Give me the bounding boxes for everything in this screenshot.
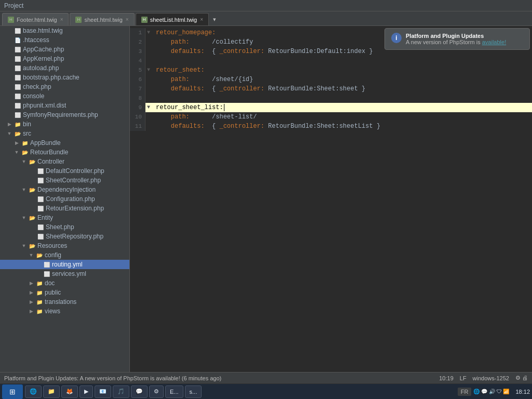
taskbar-item-ie[interactable]: 🌐 (25, 385, 42, 398)
label-routing: routing.yml (52, 261, 83, 268)
line-content-8 (152, 94, 159, 103)
tab-overflow[interactable]: ▾ (210, 13, 219, 25)
arrow-console (6, 93, 12, 99)
tab-close-footer[interactable]: × (60, 17, 63, 22)
taskbar-phpstorm-e[interactable]: E... (165, 385, 183, 398)
tree-item-appcache[interactable]: ⬜ AppCache.php (0, 45, 129, 54)
file-icon-appkernel: ⬜ (14, 55, 21, 62)
editor-line-11: 11 defaults: { _controller: RetourBundle… (130, 122, 532, 131)
fold-3 (145, 47, 152, 56)
line-number-5: 5 (130, 65, 145, 75)
tab-close-sheet[interactable]: × (126, 17, 129, 22)
label-depinject: DependencyInjection (37, 186, 96, 193)
taskbar-app2-icon: 📧 (99, 388, 107, 395)
tab-sheet[interactable]: H sheet.html.twig × (70, 13, 134, 25)
tree-item-sheetrepo[interactable]: ⬜ SheetRepository.php (0, 232, 129, 241)
line-number-7: 7 (130, 84, 145, 94)
tree-item-public[interactable]: ▶ 📁 public (0, 288, 129, 297)
tray-icons: 🌐 💬 🔊 🛡 📶 (473, 389, 509, 394)
editor-area[interactable]: i Platform and Plugin Updates A new vers… (130, 26, 532, 372)
tab-label-sheet: sheet.html.twig (84, 17, 122, 23)
label-appkernel: AppKernel.php (23, 55, 64, 62)
line-number-2: 2 (130, 37, 145, 47)
tree-item-symfony[interactable]: ⬜ SymfonyRequirements.php (0, 110, 129, 119)
label-services: services.yml (52, 270, 86, 277)
tree-item-retourbundle[interactable]: ▼ 📂 RetourBundle (0, 148, 129, 157)
tree-item-services[interactable]: ⬜ services.yml (0, 269, 129, 278)
start-button[interactable]: ⊞ (2, 384, 23, 399)
arrow-base (6, 28, 12, 34)
tree-item-appkernel[interactable]: ⬜ AppKernel.php (0, 54, 129, 63)
tree-item-doc[interactable]: ▶ 📁 doc (0, 278, 129, 288)
taskbar-item-app2[interactable]: 📧 (95, 385, 111, 398)
taskbar-item-app1[interactable]: ▶ (79, 385, 93, 398)
title-bar-text: Project (4, 2, 23, 9)
tree-item-console[interactable]: ⬜ console (0, 91, 129, 101)
status-encoding: windows-1252 (473, 375, 509, 381)
fold-1[interactable]: ▼ (145, 28, 152, 37)
notification-title: Platform and Plugin Updates (406, 33, 506, 39)
taskbar-phpstorm-s[interactable]: s... (185, 385, 202, 398)
tree-item-translations[interactable]: ▶ 📁 translations (0, 297, 129, 307)
tree-item-controller[interactable]: ▼ 📂 Controller (0, 157, 129, 166)
tree-item-configuration[interactable]: ⬜ Configuration.php (0, 194, 129, 204)
status-bar-message: Platform and Plugin Updates: A new versi… (4, 375, 439, 381)
fold-5[interactable]: ▼ (145, 65, 152, 75)
fold-9[interactable]: ▼ (145, 103, 152, 112)
tree-item-entity[interactable]: ▼ 📂 Entity (0, 213, 129, 222)
tab-footer[interactable]: H Footer.html.twig × (2, 13, 69, 25)
taskbar-item-app5[interactable]: ⚙ (149, 385, 164, 398)
notification-popup: i Platform and Plugin Updates A new vers… (384, 28, 530, 50)
tree-item-src[interactable]: ▼ 📂 src (0, 129, 129, 138)
tree-item-bin[interactable]: ▶ 📁 bin (0, 119, 129, 129)
label-resources: Resources (37, 242, 67, 249)
taskbar-firefox-icon: 🦊 (66, 388, 73, 395)
label-appbundle: AppBundle (30, 139, 61, 147)
tree-item-base[interactable]: ⬜ base.html.twig (0, 26, 129, 35)
taskbar-item-app3[interactable]: 🎵 (113, 385, 129, 398)
tree-item-autoload[interactable]: ⬜ autoload.php (0, 63, 129, 73)
file-icon-sheet-php: ⬜ (37, 223, 44, 231)
language-indicator: FR (458, 388, 472, 396)
file-icon-htaccess: 📄 (14, 36, 21, 44)
label-public: public (45, 289, 61, 296)
folder-icon-controller: 📂 (29, 158, 36, 165)
line-content-11: defaults: { _controller: RetourBundle:Sh… (152, 122, 380, 131)
tree-item-views[interactable]: ▶ 📁 views (0, 307, 129, 316)
arrow-controller: ▼ (21, 158, 27, 165)
notification-icon-text: i (395, 34, 397, 42)
tree-item-check[interactable]: ⬜ check.php (0, 82, 129, 91)
folder-icon-depinject: 📂 (29, 186, 36, 193)
taskbar-item-explorer[interactable]: 📁 (43, 385, 60, 398)
tree-item-routing[interactable]: ⬜ routing.yml (0, 260, 129, 269)
tree-item-resources[interactable]: ▼ 📂 Resources (0, 241, 129, 250)
folder-icon-doc: 📁 (36, 280, 43, 287)
tab-close-sheetlist[interactable]: × (200, 17, 203, 22)
taskbar-item-app4[interactable]: 💬 (131, 385, 148, 398)
file-icon-services: ⬜ (43, 270, 50, 277)
tree-item-htaccess[interactable]: 📄 .htaccess (0, 35, 129, 45)
taskbar-item-firefox[interactable]: 🦊 (61, 385, 78, 398)
tree-item-phpunit[interactable]: ⬜ phpunit.xml.dist (0, 101, 129, 110)
file-icon-retourext: ⬜ (37, 205, 44, 212)
label-base: base.html.twig (23, 27, 63, 34)
tree-item-appbundle[interactable]: ▶ 📁 AppBundle (0, 138, 129, 148)
tree-item-depinject[interactable]: ▼ 📂 DependencyInjection (0, 185, 129, 194)
taskbar-app1-icon: ▶ (84, 388, 88, 395)
tree-item-config[interactable]: ▼ 📂 config (0, 250, 129, 260)
notification-link[interactable]: available! (482, 39, 506, 45)
line-number-10: 10 (130, 112, 145, 122)
tree-item-defaultcontroller[interactable]: ⬜ DefaultController.php (0, 166, 129, 176)
taskbar-phpstorm-e-label: E... (170, 389, 179, 395)
tree-item-sheet-php[interactable]: ⬜ Sheet.php (0, 222, 129, 232)
tree-item-sheetcontroller[interactable]: ⬜ SheetController.php (0, 176, 129, 185)
taskbar-app4-icon: 💬 (136, 388, 143, 395)
arrow-depinject: ▼ (21, 187, 27, 193)
label-translations: translations (45, 298, 76, 305)
tree-item-retourext[interactable]: ⬜ RetourExtension.php (0, 204, 129, 213)
tree-item-bootstrap[interactable]: ⬜ bootstrap.php.cache (0, 73, 129, 82)
label-config: config (45, 251, 61, 259)
tab-sheetlist[interactable]: H sheetList.html.twig × (136, 13, 209, 25)
editor-line-9: 9 ▼ retour_sheet_list: (130, 103, 532, 112)
arrow-retourbundle: ▼ (14, 149, 20, 155)
